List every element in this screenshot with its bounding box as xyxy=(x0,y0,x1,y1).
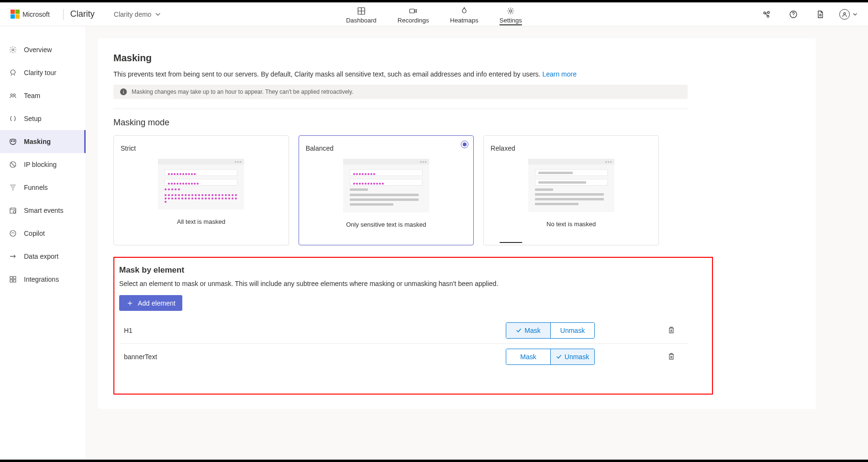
chevron-down-icon xyxy=(853,12,857,17)
block-icon xyxy=(9,161,17,168)
svg-point-10 xyxy=(13,94,15,96)
trash-icon xyxy=(668,352,675,360)
mode-card-strict[interactable]: Strict xyxy=(113,135,289,245)
add-element-button[interactable]: ＋ Add element xyxy=(119,295,182,311)
mode-preview xyxy=(343,159,429,212)
info-icon: i xyxy=(120,88,127,95)
recordings-icon xyxy=(409,7,418,15)
sidebar-item-label: Integrations xyxy=(24,275,59,283)
sidebar-item-label: IP blocking xyxy=(24,161,56,168)
svg-point-3 xyxy=(764,12,766,14)
product-name: Clarity xyxy=(70,9,95,19)
share-button[interactable] xyxy=(759,7,774,22)
code-icon xyxy=(9,115,17,122)
heatmaps-icon xyxy=(460,7,468,15)
svg-point-15 xyxy=(13,211,16,213)
svg-point-7 xyxy=(844,12,846,14)
nav-settings-label: Settings xyxy=(500,17,522,24)
mask-icon xyxy=(9,138,17,145)
sidebar-item-overview[interactable]: Overview xyxy=(0,38,86,61)
unmask-button[interactable]: Unmask xyxy=(550,323,594,338)
learn-more-link[interactable]: Learn more xyxy=(542,70,577,78)
svg-point-12 xyxy=(14,141,15,142)
header-right xyxy=(759,7,857,22)
funnel-icon xyxy=(9,184,17,191)
settings-icon xyxy=(506,7,515,15)
mode-preview xyxy=(528,159,614,212)
radio-selected-icon xyxy=(461,141,468,148)
mode-preview xyxy=(158,159,244,209)
rocket-icon xyxy=(9,69,17,77)
trash-icon xyxy=(668,326,675,334)
sidebar-item-setup[interactable]: Setup xyxy=(0,107,86,130)
sidebar-item-smart-events[interactable]: Smart events xyxy=(0,199,86,222)
sidebar-item-funnels[interactable]: Funnels xyxy=(0,176,86,199)
header-divider xyxy=(63,9,64,20)
gear-icon xyxy=(9,46,17,54)
export-icon xyxy=(9,253,17,260)
microsoft-label: Microsoft xyxy=(22,11,50,18)
mask-toggle-group: Mask Unmask xyxy=(506,349,595,365)
check-icon xyxy=(516,328,522,333)
sidebar-item-label: Team xyxy=(24,92,40,99)
mode-title: Balanced xyxy=(306,144,334,152)
dashboard-icon xyxy=(357,7,366,15)
nav-recordings-label: Recordings xyxy=(398,17,429,24)
mask-toggle-group: Mask Unmask xyxy=(506,322,595,339)
help-button[interactable] xyxy=(786,7,801,22)
mode-description: All text is masked xyxy=(177,218,225,225)
svg-point-4 xyxy=(768,11,769,13)
element-selector: H1 xyxy=(121,327,432,334)
add-element-label: Add element xyxy=(138,299,176,307)
plus-icon: ＋ xyxy=(126,299,134,307)
delete-button[interactable] xyxy=(668,352,676,361)
microsoft-logo-icon xyxy=(11,10,20,19)
sidebar-item-data-export[interactable]: Data export xyxy=(0,245,86,268)
sidebar-item-label: Overview xyxy=(24,46,52,54)
project-name: Clarity demo xyxy=(114,11,152,18)
sidebar: Overview Clarity tour Team Setup Masking… xyxy=(0,26,86,460)
mask-button[interactable]: Mask xyxy=(506,323,550,338)
sidebar-item-label: Clarity tour xyxy=(24,69,56,77)
sidebar-item-label: Copilot xyxy=(24,230,45,237)
svg-point-8 xyxy=(12,49,14,51)
svg-rect-17 xyxy=(13,276,16,279)
svg-rect-16 xyxy=(10,276,12,279)
chevron-down-icon xyxy=(155,11,161,17)
svg-rect-19 xyxy=(13,280,16,282)
element-selector: bannerText xyxy=(121,353,432,361)
sidebar-item-masking[interactable]: Masking xyxy=(0,130,86,153)
svg-rect-18 xyxy=(10,280,12,282)
sidebar-item-label: Setup xyxy=(24,115,42,122)
mode-card-relaxed[interactable]: Relaxed No text xyxy=(483,135,659,245)
avatar-icon xyxy=(839,9,850,20)
sidebar-item-clarity-tour[interactable]: Clarity tour xyxy=(0,61,86,84)
mode-card-balanced[interactable]: Balanced Only s xyxy=(299,135,474,245)
delete-button[interactable] xyxy=(668,326,676,335)
svg-rect-1 xyxy=(410,9,415,13)
element-row: bannerText Mask Unmask xyxy=(119,344,689,370)
sidebar-item-integrations[interactable]: Integrations xyxy=(0,268,86,291)
mode-description: Only sensitive text is masked xyxy=(346,221,426,228)
sidebar-item-copilot[interactable]: Copilot xyxy=(0,222,86,245)
check-icon xyxy=(556,354,562,360)
copilot-icon xyxy=(9,230,17,237)
unmask-button[interactable]: Unmask xyxy=(550,349,594,364)
document-button[interactable] xyxy=(812,7,828,22)
mask-by-element-description: Select an element to mask or unmask. Thi… xyxy=(119,280,707,287)
mode-title: Strict xyxy=(121,144,136,152)
info-notice-text: Masking changes may take up to an hour t… xyxy=(132,88,353,95)
sidebar-item-label: Smart events xyxy=(24,207,63,214)
calendar-icon xyxy=(9,207,17,214)
sidebar-item-ip-blocking[interactable]: IP blocking xyxy=(0,153,86,176)
grid-icon xyxy=(9,275,17,283)
sidebar-item-label: Funnels xyxy=(24,184,48,191)
account-menu[interactable] xyxy=(839,9,857,20)
mode-description: No text is masked xyxy=(546,220,596,228)
sidebar-item-team[interactable]: Team xyxy=(0,84,86,107)
nav-dashboard-label: Dashboard xyxy=(346,17,377,24)
project-dropdown[interactable]: Clarity demo xyxy=(114,11,161,18)
microsoft-logo: Microsoft xyxy=(11,10,50,19)
mask-button[interactable]: Mask xyxy=(506,349,550,364)
nav-heatmaps-label: Heatmaps xyxy=(450,17,479,24)
